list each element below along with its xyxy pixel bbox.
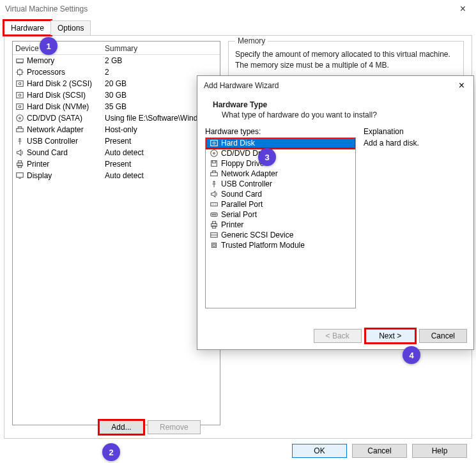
- wizard-right: Explanation Add a hard disk.: [364, 127, 466, 312]
- hardware-type-item[interactable]: Network Adapter: [206, 169, 355, 179]
- svg-point-9: [19, 118, 21, 119]
- help-button[interactable]: Help: [412, 444, 467, 458]
- device-name: Memory: [27, 56, 54, 65]
- col-summary: Summary: [105, 44, 217, 53]
- hardware-type-label: Parallel Port: [221, 200, 263, 209]
- hardware-type-item[interactable]: Generic SCSI Device: [206, 230, 355, 240]
- svg-rect-4: [17, 93, 24, 98]
- svg-point-24: [212, 214, 213, 215]
- memory-icon: [15, 56, 24, 65]
- col-device: Device: [15, 44, 105, 53]
- device-row[interactable]: Processors2: [13, 66, 220, 78]
- printer-icon: [210, 220, 219, 229]
- device-name: Network Adapter: [27, 125, 84, 134]
- device-row[interactable]: Hard Disk (SCSI)30 GB: [13, 89, 220, 101]
- wizard-titlebar: Add Hardware Wizard ×: [197, 76, 473, 95]
- svg-rect-28: [212, 222, 215, 224]
- scsi-icon: [210, 231, 219, 239]
- hardware-types-list[interactable]: Hard DiskCD/DVD DriveFloppy DriveNetwork…: [205, 137, 356, 308]
- disk-icon: [15, 79, 24, 88]
- device-row[interactable]: Sound CardAuto detect: [13, 147, 220, 158]
- svg-rect-1: [18, 70, 22, 75]
- svg-point-8: [17, 115, 24, 122]
- svg-rect-31: [212, 243, 217, 248]
- marker-1: 1: [40, 37, 58, 55]
- svg-rect-12: [18, 161, 21, 163]
- svg-rect-14: [17, 173, 24, 178]
- serial-icon: [210, 210, 219, 219]
- hardware-type-label: Hard Disk: [221, 139, 255, 148]
- cd-icon: [210, 149, 219, 158]
- hardware-type-item[interactable]: Hard Disk: [206, 138, 355, 148]
- hardware-type-item[interactable]: Trusted Platform Module: [206, 240, 355, 250]
- disk-icon: [210, 139, 219, 148]
- memory-text: Specify the amount of memory allocated t…: [235, 49, 457, 71]
- device-row[interactable]: Hard Disk 2 (SCSI)20 GB: [13, 78, 220, 89]
- wizard-footer: < Back Next > Cancel: [314, 329, 467, 343]
- hardware-type-item[interactable]: CD/DVD Drive: [206, 148, 355, 158]
- device-name: USB Controller: [27, 137, 78, 146]
- explanation-label: Explanation: [364, 127, 466, 136]
- device-row[interactable]: PrinterPresent: [13, 158, 220, 170]
- add-button[interactable]: Add...: [99, 420, 144, 434]
- hardware-type-label: Serial Port: [221, 210, 257, 219]
- svg-rect-10: [17, 128, 24, 132]
- hardware-type-item[interactable]: USB Controller: [206, 179, 355, 189]
- device-list: Device Summary Memory2 GBProcessors2Hard…: [12, 41, 220, 425]
- wizard-close-icon[interactable]: ×: [456, 80, 467, 91]
- svg-point-18: [213, 153, 215, 155]
- device-row[interactable]: USB ControllerPresent: [13, 135, 220, 147]
- tab-options[interactable]: Options: [50, 20, 91, 35]
- hardware-type-item[interactable]: Parallel Port: [206, 199, 355, 209]
- marker-4: 4: [403, 346, 420, 364]
- net-icon: [15, 125, 24, 134]
- cd-icon: [15, 114, 24, 123]
- svg-rect-21: [211, 172, 218, 176]
- close-icon[interactable]: ×: [455, 3, 471, 15]
- device-row[interactable]: Memory2 GB: [13, 55, 220, 66]
- window-title: Virtual Machine Settings: [5, 4, 455, 13]
- titlebar: Virtual Machine Settings ×: [0, 0, 476, 18]
- device-row[interactable]: DisplayAuto detect: [13, 170, 220, 181]
- hardware-type-item[interactable]: Printer: [206, 220, 355, 230]
- cpu-icon: [15, 68, 24, 77]
- hardware-type-item[interactable]: Serial Port: [206, 209, 355, 220]
- memory-fieldset: Memory Specify the amount of memory allo…: [228, 41, 464, 79]
- back-button: < Back: [314, 329, 362, 343]
- wizard-left: Hardware types: Hard DiskCD/DVD DriveFlo…: [205, 127, 356, 312]
- device-name: Hard Disk 2 (SCSI): [27, 79, 92, 88]
- wizard-subheading: What type of hardware do you want to ins…: [213, 110, 458, 119]
- svg-point-16: [213, 142, 215, 144]
- marker-2: 2: [102, 443, 120, 461]
- svg-rect-2: [17, 81, 24, 87]
- svg-rect-15: [211, 140, 218, 146]
- wizard-cancel-button[interactable]: Cancel: [419, 329, 467, 343]
- svg-point-5: [19, 94, 21, 96]
- hardware-type-label: Printer: [221, 220, 243, 229]
- ok-button[interactable]: OK: [292, 444, 347, 458]
- svg-rect-29: [212, 226, 215, 229]
- svg-rect-20: [212, 161, 215, 163]
- printer-icon: [15, 160, 24, 169]
- device-summary: 2 GB: [105, 56, 217, 65]
- hardware-type-item[interactable]: Sound Card: [206, 189, 355, 199]
- wizard-heading: Hardware Type: [213, 100, 458, 109]
- hardware-type-label: USB Controller: [221, 179, 272, 188]
- device-row[interactable]: CD/DVD (SATA)Using file E:\Software\Wind…: [13, 112, 220, 124]
- device-row[interactable]: Network AdapterHost-only: [13, 124, 220, 135]
- svg-point-17: [211, 150, 218, 157]
- hardware-type-item[interactable]: Floppy Drive: [206, 158, 355, 169]
- usb-icon: [15, 137, 24, 146]
- marker-3: 3: [258, 148, 276, 166]
- hardware-type-label: Generic SCSI Device: [221, 231, 293, 239]
- device-name: Hard Disk (NVMe): [27, 102, 89, 111]
- cancel-button[interactable]: Cancel: [352, 444, 407, 458]
- device-row[interactable]: Hard Disk (NVMe)35 GB: [13, 101, 220, 112]
- device-name: Sound Card: [27, 148, 68, 157]
- display-icon: [15, 171, 24, 180]
- net-icon: [210, 169, 219, 178]
- sound-icon: [210, 190, 219, 199]
- sound-icon: [15, 148, 24, 157]
- next-button[interactable]: Next >: [365, 329, 415, 343]
- tab-hardware[interactable]: Hardware: [4, 20, 51, 35]
